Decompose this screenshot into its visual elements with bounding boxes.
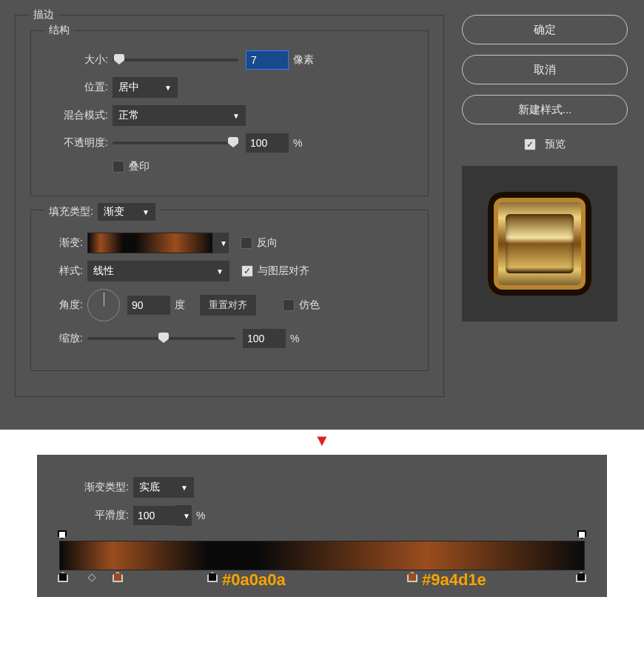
- new-style-button[interactable]: 新建样式...: [462, 95, 628, 124]
- chevron-down-icon: ▼: [164, 84, 172, 92]
- angle-unit: 度: [175, 299, 185, 312]
- opacity-label: 不透明度:: [46, 136, 113, 150]
- gradient-preview[interactable]: [87, 233, 213, 253]
- angle-label: 角度:: [46, 299, 87, 312]
- style-label: 样式:: [46, 264, 87, 278]
- arrow-down-icon: ▼: [0, 431, 644, 450]
- fill-title-wrap: 填充类型: 渐变▼: [44, 203, 160, 221]
- opacity-unit: %: [293, 137, 302, 149]
- cancel-button[interactable]: 取消: [462, 55, 628, 84]
- overprint-label: 叠印: [129, 160, 150, 173]
- smooth-unit: %: [196, 510, 205, 521]
- size-input[interactable]: [246, 50, 289, 70]
- reverse-label: 反向: [257, 236, 278, 250]
- chevron-down-icon: ▼: [232, 112, 240, 120]
- align-label: 与图层对齐: [258, 264, 309, 278]
- structure-title: 结构: [44, 24, 74, 37]
- color-stop-1[interactable]: [58, 572, 68, 582]
- stroke-fieldset: 描边 结构 大小: 像素 位置: 居中▼: [15, 15, 444, 397]
- chevron-down-icon: ▼: [220, 239, 227, 247]
- opacity-stop-right[interactable]: [577, 530, 586, 539]
- gold-preview-icon: [488, 192, 591, 296]
- hex-label-1: #0a0a0a: [222, 570, 286, 590]
- hex-label-2: #9a4d1e: [422, 570, 486, 590]
- smooth-input[interactable]: [133, 506, 176, 525]
- position-label: 位置:: [46, 81, 113, 94]
- blend-label: 混合模式:: [46, 109, 113, 122]
- size-label: 大小:: [46, 53, 113, 67]
- reverse-checkbox[interactable]: [241, 237, 252, 249]
- stroke-title: 描边: [29, 8, 58, 21]
- angle-input[interactable]: [127, 296, 170, 315]
- scale-label: 缩放:: [46, 332, 87, 345]
- size-slider[interactable]: [113, 59, 238, 61]
- opacity-stop-left[interactable]: [58, 530, 67, 539]
- color-stop-4[interactable]: [407, 572, 417, 582]
- align-checkbox[interactable]: ✓: [241, 265, 253, 277]
- reset-align-button[interactable]: 重置对齐: [200, 295, 256, 316]
- size-unit: 像素: [293, 53, 314, 67]
- fill-type-select[interactable]: 渐变▼: [98, 203, 155, 221]
- chevron-down-icon: ▼: [181, 484, 188, 492]
- fill-fieldset: 填充类型: 渐变▼ 渐变: ▼ 反向 样式: 线性▼: [30, 210, 429, 371]
- dither-checkbox[interactable]: [283, 299, 295, 311]
- smooth-label: 平滑度:: [59, 509, 133, 522]
- smooth-dropdown[interactable]: ▼: [175, 505, 192, 526]
- style-select[interactable]: 线性▼: [87, 261, 229, 281]
- blend-select[interactable]: 正常▼: [113, 105, 246, 126]
- chevron-down-icon: ▼: [142, 208, 150, 216]
- overprint-checkbox[interactable]: [113, 161, 124, 173]
- ok-button[interactable]: 确定: [462, 15, 628, 44]
- opacity-slider[interactable]: [113, 141, 238, 144]
- gradient-label: 渐变:: [46, 236, 87, 250]
- preview-label: 预览: [545, 138, 566, 151]
- scale-input[interactable]: [243, 329, 286, 348]
- preview-checkbox[interactable]: ✓: [524, 139, 536, 150]
- grad-type-select[interactable]: 实底▼: [133, 477, 194, 498]
- color-stop-2[interactable]: [113, 572, 123, 582]
- color-stop-5[interactable]: [576, 572, 586, 582]
- style-preview: [462, 166, 617, 321]
- scale-slider[interactable]: [87, 337, 235, 340]
- color-stop-3[interactable]: [207, 572, 218, 582]
- dither-label: 仿色: [299, 299, 320, 312]
- gradient-editor-bar[interactable]: #0a0a0a #9a4d1e: [59, 541, 585, 570]
- opacity-input[interactable]: [246, 133, 289, 153]
- chevron-down-icon: ▼: [183, 512, 190, 520]
- grad-type-label: 渐变类型:: [59, 481, 133, 494]
- angle-dial[interactable]: [87, 289, 120, 321]
- scale-unit: %: [290, 333, 299, 344]
- midpoint-1[interactable]: [87, 573, 95, 581]
- chevron-down-icon: ▼: [216, 267, 224, 276]
- position-select[interactable]: 居中▼: [113, 77, 178, 98]
- gradient-picker-button[interactable]: ▼: [212, 233, 229, 253]
- fill-title: 填充类型:: [49, 205, 93, 219]
- structure-fieldset: 结构 大小: 像素 位置: 居中▼ 混合模式:: [30, 30, 429, 196]
